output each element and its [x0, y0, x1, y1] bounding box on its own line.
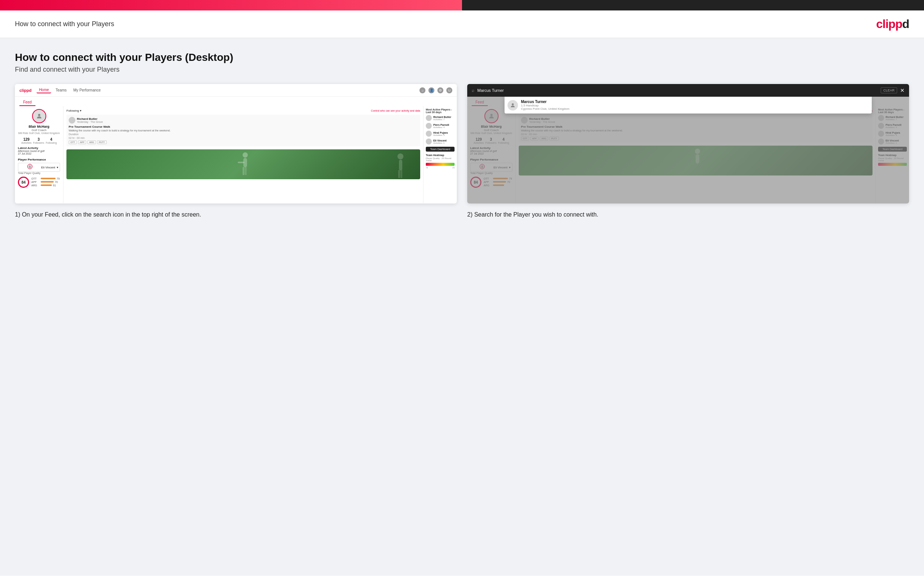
score-area: 84 OTT 79 APP 70 — [18, 175, 60, 188]
bar-arg: ARG 61 — [31, 184, 60, 187]
activity-tags: OTT APP ARG PUTT — [69, 140, 418, 144]
page-title: How to connect with your Players — [15, 20, 114, 28]
profile-name: Blair McHarg — [18, 125, 60, 128]
player-list-item-2: Piers Parnell Activities: 4 — [426, 123, 455, 129]
profile-stats: 129 Activities 3 Followers 4 Following — [18, 137, 60, 144]
svg-rect-8 — [399, 160, 402, 170]
bar-app: APP 70 — [31, 181, 60, 183]
result-info: Marcus Turner 1.5 Handicap Cypress Point… — [521, 100, 570, 110]
profile-role: Golf Coach — [18, 128, 60, 132]
svg-rect-6 — [245, 167, 247, 175]
search-bar-overlay: ⌕ Marcus Turner CLEAR ✕ — [467, 84, 909, 97]
screenshots-row: clippd Home Teams My Performance ⌕ 👤 ⚙ U… — [15, 84, 909, 219]
screenshot-frame-2: clippd Home Teams My Performance ⌕ 👤 ⚙ U… — [467, 84, 909, 203]
player-av-1 — [426, 115, 432, 121]
hero-subtitle: Find and connect with your Players — [15, 66, 909, 73]
player-select-avatar — [27, 164, 32, 169]
heatmap-axis: -5 +5 — [426, 167, 455, 169]
svg-rect-5 — [243, 167, 244, 175]
main-content: How to connect with your Players (Deskto… — [0, 38, 924, 576]
player-av-2 — [426, 123, 432, 129]
quality-label: Total Player Quality — [18, 172, 60, 174]
hero-title: How to connect with your Players (Deskto… — [15, 52, 909, 63]
app-body-1: Blair McHarg Golf Coach Mill Ride Golf C… — [15, 106, 457, 203]
svg-point-2 — [243, 153, 248, 157]
settings-icon[interactable]: ⚙ — [437, 88, 443, 93]
player-av-3 — [426, 131, 432, 136]
mini-nav-teams[interactable]: Teams — [53, 88, 69, 93]
search-input-field[interactable]: Marcus Turner — [477, 88, 878, 93]
screenshot-col-2: clippd Home Teams My Performance ⌕ 👤 ⚙ U… — [467, 84, 909, 219]
svg-rect-4 — [238, 162, 244, 163]
right-panel-1: Most Active Players - Last 30 days Richa… — [423, 106, 457, 203]
svg-point-7 — [397, 153, 403, 159]
latest-activity: Latest Activity Afternoon round of golf … — [18, 146, 60, 155]
mini-nav-performance[interactable]: My Performance — [71, 88, 103, 93]
heatmap-sub: Player Quality · 20 Round Trend — [426, 157, 455, 162]
mini-logo-1: clippd — [19, 88, 31, 93]
svg-rect-10 — [400, 170, 402, 178]
player-list-item-3: Hiral Pujara Activities: 3 — [426, 131, 455, 136]
activity-card: Richard Butler Yesterday · The Grove Pre… — [66, 115, 420, 146]
svg-rect-9 — [398, 170, 400, 178]
screenshot-col-1: clippd Home Teams My Performance ⌕ 👤 ⚙ U… — [15, 84, 457, 219]
step1-caption: 1) On your Feed, click on the search ico… — [15, 210, 457, 219]
player-select-1[interactable]: Eli Vincent ▾ — [18, 163, 60, 172]
activity-poster: Richard Butler Yesterday · The Grove — [69, 117, 418, 123]
header: How to connect with your Players clippd — [0, 10, 924, 38]
left-panel-1: Blair McHarg Golf Coach Mill Ride Golf C… — [15, 106, 63, 203]
svg-point-0 — [38, 114, 40, 116]
clear-button[interactable]: CLEAR — [881, 88, 897, 93]
search-icon[interactable]: ⌕ — [419, 88, 426, 93]
hero-section: How to connect with your Players (Deskto… — [15, 52, 909, 73]
search-bar-icon: ⌕ — [472, 88, 474, 93]
close-search-button[interactable]: ✕ — [900, 88, 905, 93]
heatmap-bar — [426, 163, 455, 166]
center-panel-1: Following ▾ Control who can see your act… — [63, 106, 423, 203]
top-bar — [0, 0, 924, 10]
step2-caption: 2) Search for the Player you wish to con… — [467, 210, 909, 219]
player-av-4 — [426, 138, 432, 144]
profile-avatar — [32, 109, 46, 123]
svg-point-1 — [29, 166, 30, 167]
logo: clippd — [876, 17, 909, 31]
heatmap-title: Team Heatmap — [426, 154, 455, 156]
feed-tab[interactable]: Feed — [19, 99, 36, 106]
stat-activities: 129 Activities — [21, 137, 32, 144]
profile-club: Mill Ride Golf Club, United Kingdom — [18, 132, 60, 135]
player-performance-title-1: Player Performance — [18, 158, 60, 161]
following-dropdown[interactable]: Following ▾ Control who can see your act… — [66, 109, 420, 112]
player-list-item-1: Richard Butler Activities: 7 — [426, 115, 455, 121]
player-list-item-4: Eli Vincent Activities: 1 — [426, 138, 455, 144]
mini-nav-home[interactable]: Home — [37, 87, 51, 93]
bar-ott: OTT 79 — [31, 177, 60, 180]
mini-nav-1: clippd Home Teams My Performance ⌕ 👤 ⚙ U — [15, 84, 457, 97]
avatar-icon[interactable]: U — [446, 88, 452, 93]
mini-nav-icons: ⌕ 👤 ⚙ U — [419, 88, 452, 93]
score-circle: 84 — [18, 177, 29, 188]
result-avatar — [508, 100, 518, 110]
people-icon[interactable]: 👤 — [429, 88, 434, 93]
stat-followers: 3 Followers — [33, 137, 44, 144]
activity-photo — [66, 149, 420, 179]
search-result-dropdown[interactable]: Marcus Turner 1.5 Handicap Cypress Point… — [505, 97, 872, 114]
stat-following: 4 Following — [46, 137, 57, 144]
screenshot-frame-1: clippd Home Teams My Performance ⌕ 👤 ⚙ U… — [15, 84, 457, 203]
svg-point-15 — [511, 103, 513, 105]
quality-bars: OTT 79 APP 70 ARG — [31, 177, 60, 187]
team-dashboard-btn[interactable]: Team Dashboard — [426, 147, 455, 152]
footer: Copyright Clippd 2022 — [0, 576, 924, 578]
profile-card: Blair McHarg Golf Coach Mill Ride Golf C… — [18, 109, 60, 135]
activity-avatar — [69, 117, 75, 123]
